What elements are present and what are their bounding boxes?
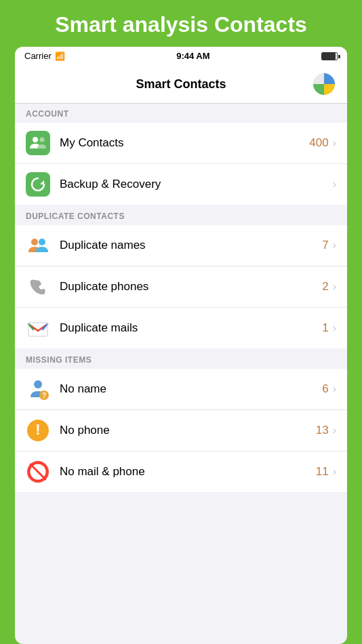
no-name-label: No name [60, 382, 322, 396]
status-right [321, 52, 338, 60]
no-phone-icon: ! [26, 418, 50, 443]
svg-text:!: ! [35, 421, 40, 438]
account-list: My Contacts 400 › Backup & Recovery › [15, 123, 347, 205]
my-contacts-chevron: › [333, 137, 336, 149]
no-name-chevron: › [333, 383, 336, 395]
svg-rect-8 [28, 323, 47, 336]
list-item-no-phone[interactable]: ! No phone 13 › [15, 410, 347, 451]
status-bar: Carrier 📶 9:44 AM [15, 47, 347, 65]
section-header-duplicate: DUPLICATE CONTACTS [15, 206, 347, 225]
duplicate-names-label: Duplicate names [60, 239, 322, 252]
nav-title: Smart Contacts [136, 77, 226, 92]
duplicate-mails-icon [26, 316, 50, 340]
svg-rect-1 [26, 131, 50, 155]
svg-point-6 [31, 239, 38, 245]
duplicate-mails-label: Duplicate mails [60, 321, 322, 335]
wifi-icon: 📶 [55, 52, 65, 61]
missing-list: ? No name 6 › ! No phone 13 › [15, 369, 347, 492]
status-time: 9:44 AM [176, 51, 209, 61]
my-contacts-icon [26, 131, 50, 155]
duplicate-mails-chevron: › [333, 322, 336, 334]
duplicate-mails-count: 1 [322, 321, 328, 335]
duplicate-names-chevron: › [333, 239, 336, 251]
backup-recovery-chevron: › [333, 178, 336, 190]
no-mail-phone-icon [26, 460, 50, 484]
duplicate-phones-label: Duplicate phones [60, 280, 322, 294]
battery-icon [321, 52, 338, 60]
section-header-missing: MISSING ITEMS [15, 350, 347, 369]
svg-point-7 [39, 239, 45, 245]
no-mail-phone-label: No mail & phone [60, 465, 316, 479]
phone-frame: Carrier 📶 9:44 AM Smart Contacts [15, 47, 347, 644]
duplicate-list: Duplicate names 7 › Duplicate phones 2 › [15, 225, 347, 348]
backup-recovery-label: Backup & Recovery [60, 178, 333, 191]
page-title: Smart analysis Contacts [0, 0, 362, 47]
duplicate-names-icon [26, 233, 50, 258]
status-left: Carrier 📶 [24, 51, 65, 61]
no-mail-phone-chevron: › [333, 466, 336, 478]
no-name-icon: ? [26, 377, 50, 401]
my-contacts-label: My Contacts [60, 136, 309, 150]
no-phone-count: 13 [316, 424, 329, 437]
list-item-my-contacts[interactable]: My Contacts 400 › [15, 123, 347, 164]
duplicate-phones-chevron: › [333, 281, 336, 293]
nav-bar: Smart Contacts [15, 65, 347, 104]
no-name-count: 6 [322, 382, 328, 396]
backup-recovery-icon [26, 172, 50, 197]
my-contacts-count: 400 [309, 136, 328, 150]
svg-text:?: ? [42, 392, 46, 399]
section-header-account: ACCOUNT [15, 104, 347, 123]
carrier-label: Carrier [24, 51, 52, 61]
svg-point-2 [33, 137, 38, 142]
pie-chart-icon[interactable] [312, 72, 336, 96]
list-item-no-mail-phone[interactable]: No mail & phone 11 › [15, 451, 347, 492]
list-item-duplicate-phones[interactable]: Duplicate phones 2 › [15, 266, 347, 308]
no-phone-label: No phone [60, 424, 316, 437]
list-item-duplicate-names[interactable]: Duplicate names 7 › [15, 225, 347, 266]
no-phone-chevron: › [333, 424, 336, 437]
svg-point-3 [40, 138, 45, 142]
list-item-backup-recovery[interactable]: Backup & Recovery › [15, 164, 347, 205]
list-item-no-name[interactable]: ? No name 6 › [15, 369, 347, 410]
svg-point-10 [34, 380, 42, 388]
duplicate-phones-count: 2 [322, 280, 328, 294]
duplicate-phones-icon [26, 275, 50, 299]
list-item-duplicate-mails[interactable]: Duplicate mails 1 › [15, 308, 347, 348]
duplicate-names-count: 7 [322, 239, 328, 252]
svg-rect-4 [26, 172, 50, 197]
no-mail-phone-count: 11 [316, 465, 329, 479]
